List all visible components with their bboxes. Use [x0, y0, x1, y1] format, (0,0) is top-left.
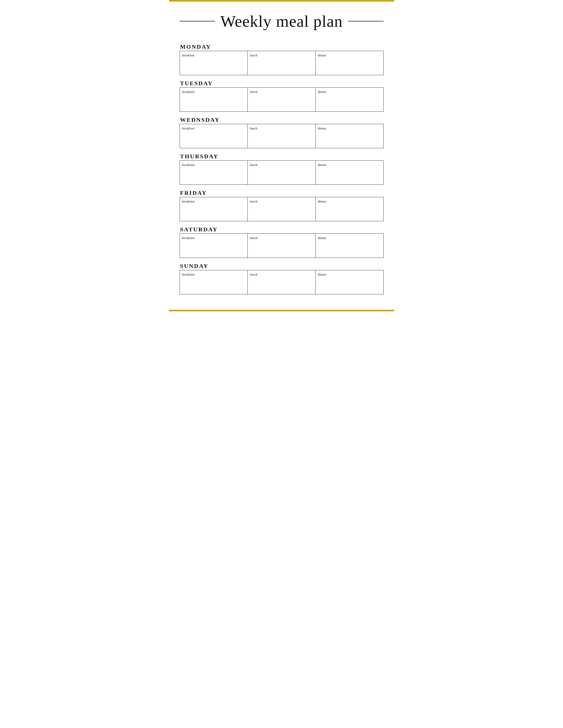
meal-row-saturday: breakfastlunchdinner: [180, 233, 384, 258]
header-line-right: [348, 21, 384, 21]
page-title: Weekly meal plan: [215, 12, 348, 30]
meal-label-lunch: lunch: [250, 126, 257, 130]
day-label-monday: MONDAY: [180, 43, 384, 50]
meal-label-dinner: dinner: [318, 53, 327, 57]
meal-cell-lunch-sunday[interactable]: lunch: [248, 270, 316, 294]
day-label-thursday: THURSDAY: [180, 153, 384, 160]
meal-label-dinner: dinner: [318, 236, 327, 240]
meal-row-wednsday: breakfastlunchdinner: [180, 124, 384, 148]
meal-cell-breakfast-saturday[interactable]: breakfast: [180, 234, 248, 258]
meal-label-breakfast: breakfast: [182, 272, 195, 276]
meal-cell-lunch-monday[interactable]: lunch: [248, 51, 316, 75]
meal-label-dinner: dinner: [318, 126, 327, 130]
day-label-tuesday: TUESDAY: [180, 80, 384, 87]
header: Weekly meal plan: [180, 10, 384, 35]
meal-cell-breakfast-friday[interactable]: breakfast: [180, 197, 248, 221]
day-label-saturday: SATURDAY: [180, 226, 384, 233]
meal-row-thursday: breakfastlunchdinner: [180, 160, 384, 185]
meal-cell-breakfast-tuesday[interactable]: breakfast: [180, 88, 248, 111]
day-section-thursday: THURSDAYbreakfastlunchdinner: [180, 153, 384, 185]
meal-cell-dinner-tuesday[interactable]: dinner: [316, 88, 383, 111]
meal-cell-breakfast-thursday[interactable]: breakfast: [180, 161, 248, 185]
meal-cell-dinner-friday[interactable]: dinner: [316, 197, 383, 221]
meal-cell-dinner-sunday[interactable]: dinner: [316, 270, 383, 294]
day-section-monday: MONDAYbreakfastlunchdinner: [180, 43, 384, 75]
day-label-sunday: SUNDAY: [180, 263, 384, 269]
meal-label-dinner: dinner: [318, 272, 327, 276]
meal-label-lunch: lunch: [250, 90, 257, 94]
meal-label-breakfast: breakfast: [182, 236, 195, 240]
day-section-tuesday: TUESDAYbreakfastlunchdinner: [180, 80, 384, 112]
meal-label-breakfast: breakfast: [182, 90, 195, 94]
meal-label-lunch: lunch: [250, 163, 257, 167]
meal-cell-dinner-thursday[interactable]: dinner: [316, 161, 383, 185]
meal-cell-lunch-friday[interactable]: lunch: [248, 197, 316, 221]
meal-row-friday: breakfastlunchdinner: [180, 197, 384, 221]
meal-cell-lunch-wednsday[interactable]: lunch: [248, 124, 316, 148]
header-line-left: [180, 21, 215, 21]
meal-label-lunch: lunch: [250, 272, 257, 276]
meal-label-breakfast: breakfast: [182, 53, 195, 57]
day-label-friday: FRIDAY: [180, 190, 384, 196]
meal-label-dinner: dinner: [318, 90, 327, 94]
meal-cell-lunch-saturday[interactable]: lunch: [248, 234, 316, 258]
meal-label-breakfast: breakfast: [182, 126, 195, 130]
meal-cell-lunch-tuesday[interactable]: lunch: [248, 88, 316, 111]
days-container: MONDAYbreakfastlunchdinnerTUESDAYbreakfa…: [180, 43, 384, 294]
meal-cell-dinner-saturday[interactable]: dinner: [316, 234, 383, 258]
meal-cell-dinner-monday[interactable]: dinner: [316, 51, 383, 75]
meal-label-breakfast: breakfast: [182, 199, 195, 203]
day-section-sunday: SUNDAYbreakfastlunchdinner: [180, 263, 384, 294]
meal-label-lunch: lunch: [250, 53, 257, 57]
meal-row-monday: breakfastlunchdinner: [180, 51, 384, 75]
meal-label-dinner: dinner: [318, 163, 327, 167]
meal-row-tuesday: breakfastlunchdinner: [180, 87, 384, 112]
day-section-wednsday: WEDNSDAYbreakfastlunchdinner: [180, 116, 384, 148]
meal-cell-breakfast-wednsday[interactable]: breakfast: [180, 124, 248, 148]
meal-label-lunch: lunch: [250, 236, 257, 240]
meal-label-lunch: lunch: [250, 199, 257, 203]
meal-row-sunday: breakfastlunchdinner: [180, 270, 384, 294]
meal-label-breakfast: breakfast: [182, 163, 195, 167]
day-section-friday: FRIDAYbreakfastlunchdinner: [180, 190, 384, 221]
day-label-wednsday: WEDNSDAY: [180, 116, 384, 123]
meal-cell-breakfast-monday[interactable]: breakfast: [180, 51, 248, 75]
meal-label-dinner: dinner: [318, 199, 327, 203]
meal-cell-dinner-wednsday[interactable]: dinner: [316, 124, 383, 148]
day-section-saturday: SATURDAYbreakfastlunchdinner: [180, 226, 384, 258]
meal-cell-breakfast-sunday[interactable]: breakfast: [180, 270, 248, 294]
meal-cell-lunch-thursday[interactable]: lunch: [248, 161, 316, 185]
